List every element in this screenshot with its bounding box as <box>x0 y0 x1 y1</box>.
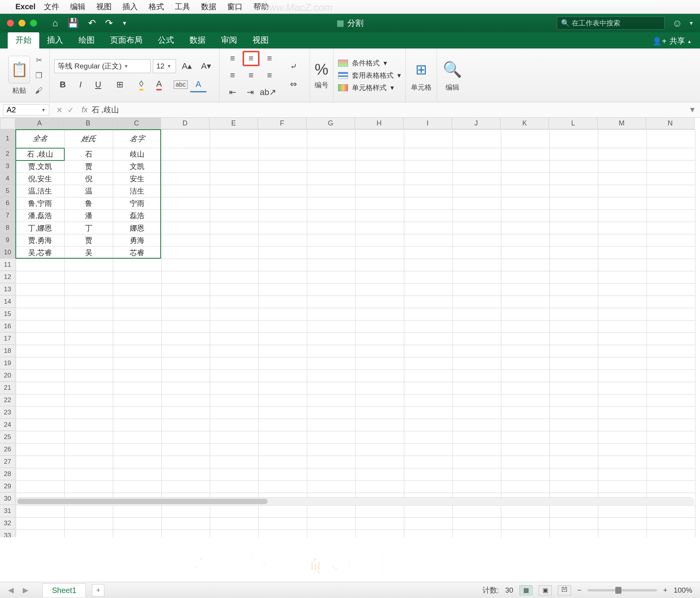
cell[interactable] <box>598 431 646 444</box>
format-painter-icon[interactable]: 🖌 <box>33 85 45 97</box>
cell[interactable] <box>452 284 501 296</box>
cell[interactable] <box>646 247 695 259</box>
cell[interactable] <box>258 296 307 308</box>
cell[interactable] <box>161 308 210 321</box>
cell[interactable] <box>404 185 452 197</box>
cell[interactable] <box>549 321 598 333</box>
cell[interactable] <box>161 321 210 333</box>
cell[interactable] <box>64 394 113 407</box>
cell[interactable] <box>210 431 258 444</box>
cell[interactable] <box>452 185 501 197</box>
cell[interactable] <box>452 197 501 210</box>
cell[interactable] <box>549 419 598 431</box>
cell[interactable] <box>258 444 307 456</box>
cell[interactable] <box>549 234 598 247</box>
cell[interactable] <box>598 148 646 160</box>
cell[interactable] <box>210 394 258 407</box>
cell[interactable] <box>113 296 161 308</box>
cell[interactable] <box>210 456 258 468</box>
cell[interactable] <box>501 148 549 160</box>
cell[interactable] <box>258 382 307 394</box>
cell[interactable] <box>16 407 64 419</box>
cell[interactable] <box>598 394 646 407</box>
phonetic-field-button[interactable]: A <box>190 77 207 92</box>
cell[interactable] <box>210 419 258 431</box>
column-header[interactable]: F <box>258 118 306 129</box>
undo-icon[interactable]: ↶ <box>88 18 96 28</box>
cell[interactable] <box>258 394 307 407</box>
cell[interactable] <box>549 468 598 481</box>
cell[interactable]: 贾,勇海 <box>16 234 64 247</box>
cell[interactable]: 全名 <box>16 130 64 148</box>
cell[interactable] <box>258 222 307 234</box>
cell[interactable] <box>646 481 695 493</box>
row-header[interactable]: 4 <box>0 172 15 185</box>
cell[interactable] <box>598 308 646 321</box>
cell[interactable] <box>598 518 646 530</box>
cell[interactable] <box>161 210 210 222</box>
cell[interactable]: 温 <box>64 185 113 197</box>
cell[interactable] <box>64 284 113 296</box>
cell[interactable] <box>113 382 161 394</box>
cell[interactable] <box>355 333 404 345</box>
feedback-icon[interactable]: ☺ <box>672 17 683 29</box>
sheet-tab[interactable]: Sheet1 <box>42 583 86 597</box>
cell[interactable] <box>404 431 452 444</box>
bold-button[interactable]: B <box>54 77 71 92</box>
cell[interactable] <box>161 173 210 185</box>
cell[interactable] <box>452 308 501 321</box>
cell[interactable] <box>161 160 210 173</box>
cell[interactable] <box>258 333 307 345</box>
cell[interactable] <box>16 357 64 370</box>
cell[interactable] <box>355 160 404 173</box>
cell[interactable] <box>549 247 598 259</box>
cell[interactable] <box>646 370 695 382</box>
cell[interactable] <box>161 394 210 407</box>
row-header[interactable]: 3 <box>0 160 15 172</box>
cell[interactable] <box>113 259 161 271</box>
cell[interactable] <box>258 160 307 173</box>
cell[interactable] <box>404 444 452 456</box>
cell[interactable] <box>210 444 258 456</box>
cell[interactable] <box>258 345 307 357</box>
cell[interactable] <box>210 222 258 234</box>
scrollbar-thumb[interactable] <box>17 499 268 504</box>
cell[interactable] <box>161 333 210 345</box>
cell[interactable] <box>646 345 695 357</box>
cell[interactable] <box>258 518 307 530</box>
cell[interactable] <box>404 296 452 308</box>
cell[interactable] <box>355 419 404 431</box>
cell[interactable] <box>355 185 404 197</box>
cell[interactable] <box>258 481 307 493</box>
cell[interactable] <box>598 456 646 468</box>
align-middle-icon[interactable]: ≡ <box>243 51 260 66</box>
cell[interactable] <box>501 444 549 456</box>
cell[interactable] <box>307 456 355 468</box>
cell[interactable] <box>64 468 113 481</box>
cell[interactable] <box>598 197 646 210</box>
cell[interactable] <box>549 197 598 210</box>
decrease-font-icon[interactable]: A▾ <box>198 58 214 74</box>
cell[interactable] <box>161 185 210 197</box>
cell[interactable] <box>646 468 695 481</box>
cell[interactable] <box>404 308 452 321</box>
cell[interactable] <box>210 357 258 370</box>
cell[interactable] <box>258 431 307 444</box>
cell[interactable] <box>16 259 64 271</box>
column-header[interactable]: D <box>161 118 209 129</box>
cell[interactable] <box>113 481 161 493</box>
cell[interactable] <box>210 505 258 518</box>
cell[interactable] <box>646 148 695 160</box>
cell[interactable] <box>113 357 161 370</box>
cell[interactable] <box>549 130 598 148</box>
cell[interactable] <box>161 130 210 148</box>
cell[interactable] <box>501 370 549 382</box>
cell[interactable] <box>452 456 501 468</box>
cell[interactable] <box>598 173 646 185</box>
cell[interactable] <box>646 394 695 407</box>
cell[interactable] <box>549 210 598 222</box>
cell[interactable] <box>161 370 210 382</box>
cell[interactable] <box>113 431 161 444</box>
cell[interactable] <box>646 321 695 333</box>
cell[interactable] <box>549 456 598 468</box>
